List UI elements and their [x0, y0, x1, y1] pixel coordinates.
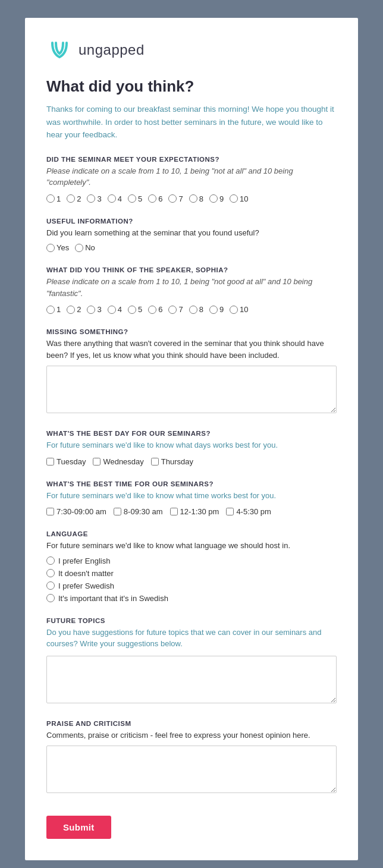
speaker-radio-6[interactable]: 6	[148, 305, 162, 314]
expectations-radio-9[interactable]: 9	[209, 194, 224, 203]
speaker-radio-9[interactable]: 9	[209, 305, 224, 314]
logo-area: ungapped	[46, 37, 337, 63]
time-730[interactable]: 7:30-09:00 am	[46, 507, 106, 516]
speaker-radio-5[interactable]: 5	[128, 305, 142, 314]
praise-textarea[interactable]	[46, 746, 337, 793]
expectations-radio-10[interactable]: 10	[230, 194, 248, 203]
useful-yes[interactable]: Yes	[46, 243, 69, 252]
expectations-radio-3[interactable]: 3	[87, 194, 101, 203]
useful-no[interactable]: No	[75, 243, 95, 252]
logo-text: ungapped	[79, 42, 145, 58]
future-topics-desc: Do you have suggestions for future topic…	[46, 627, 337, 650]
best-time-options: 7:30-09:00 am 8-09:30 am 12-1:30 pm 4-5:…	[46, 507, 337, 516]
section-missing: MISSING SOMETHING? Was there anything th…	[46, 328, 337, 416]
time-400[interactable]: 4-5:30 pm	[226, 507, 271, 516]
section-best-time: WHAT'S THE BEST TIME FOR OUR SEMINARS? F…	[46, 480, 337, 517]
page-title: What did you think?	[46, 77, 337, 96]
missing-desc: Was there anything that wasn't covered i…	[46, 338, 337, 361]
section-expectations: DID THE SEMINAR MEET YOUR EXPECTATIONS? …	[46, 156, 337, 203]
future-topics-textarea[interactable]	[46, 656, 337, 703]
day-thursday[interactable]: Thursday	[151, 457, 193, 466]
time-1200[interactable]: 12-1:30 pm	[170, 507, 219, 516]
speaker-radio-4[interactable]: 4	[108, 305, 122, 314]
praise-label: PRAISE AND CRITICISM	[46, 720, 337, 727]
section-language: LANGUAGE For future seminars we'd like t…	[46, 530, 337, 603]
expectations-radio-6[interactable]: 6	[148, 194, 162, 203]
lang-doesnt-matter[interactable]: It doesn't matter	[46, 569, 337, 578]
useful-info-label: USEFUL INFORMATION?	[46, 218, 337, 225]
section-best-day: WHAT'S THE BEST DAY FOR OUR SEMINARS? Fo…	[46, 430, 337, 466]
expectations-radio-8[interactable]: 8	[189, 194, 203, 203]
time-800[interactable]: 8-09:30 am	[114, 507, 163, 516]
section-speaker: WHAT DID YOU THINK OF THE SPEAKER, SOPHI…	[46, 266, 337, 314]
expectations-radio-1[interactable]: 1	[46, 194, 61, 203]
missing-textarea[interactable]	[46, 366, 337, 413]
useful-info-question: Did you learn something at the seminar t…	[46, 227, 337, 239]
intro-text: Thanks for coming to our breakfast semin…	[46, 103, 337, 141]
language-desc: For future seminars we'd like to know wh…	[46, 540, 337, 552]
language-label: LANGUAGE	[46, 530, 337, 537]
survey-card: ungapped What did you think? Thanks for …	[25, 18, 358, 860]
speaker-radio-1[interactable]: 1	[46, 305, 61, 314]
speaker-radio-7[interactable]: 7	[168, 305, 183, 314]
expectations-scale: 1 2 3 4 5 6 7 8 9 10	[46, 194, 337, 203]
useful-info-options: Yes No	[46, 243, 337, 252]
lang-swedish[interactable]: I prefer Swedish	[46, 581, 337, 590]
speaker-label: WHAT DID YOU THINK OF THE SPEAKER, SOPHI…	[46, 266, 337, 273]
language-options: I prefer English It doesn't matter I pre…	[46, 556, 337, 603]
best-time-desc: For future seminars we'd like to know wh…	[46, 490, 337, 502]
section-future-topics: FUTURE TOPICS Do you have suggestions fo…	[46, 617, 337, 706]
speaker-scale: 1 2 3 4 5 6 7 8 9 10	[46, 305, 337, 314]
submit-button[interactable]: Submit	[46, 816, 111, 839]
ungapped-logo-icon	[46, 37, 73, 63]
expectations-radio-2[interactable]: 2	[67, 194, 81, 203]
future-topics-label: FUTURE TOPICS	[46, 617, 337, 624]
lang-english[interactable]: I prefer English	[46, 556, 337, 565]
section-praise: PRAISE AND CRITICISM Comments, praise or…	[46, 720, 337, 796]
best-time-label: WHAT'S THE BEST TIME FOR OUR SEMINARS?	[46, 480, 337, 488]
day-wednesday[interactable]: Wednesday	[93, 457, 143, 466]
speaker-desc: Please indicate on a scale from 1 to 10,…	[46, 276, 337, 299]
best-day-label: WHAT'S THE BEST DAY FOR OUR SEMINARS?	[46, 430, 337, 437]
speaker-radio-8[interactable]: 8	[189, 305, 203, 314]
best-day-options: Tuesday Wednesday Thursday	[46, 457, 337, 466]
expectations-radio-4[interactable]: 4	[108, 194, 122, 203]
speaker-radio-2[interactable]: 2	[67, 305, 81, 314]
praise-desc: Comments, praise or criticism - feel fre…	[46, 729, 337, 741]
speaker-radio-3[interactable]: 3	[87, 305, 101, 314]
expectations-label: DID THE SEMINAR MEET YOUR EXPECTATIONS?	[46, 156, 337, 163]
section-useful-info: USEFUL INFORMATION? Did you learn someth…	[46, 218, 337, 253]
best-day-desc: For future seminars we'd like to know wh…	[46, 439, 337, 451]
day-tuesday[interactable]: Tuesday	[46, 457, 86, 466]
expectations-radio-5[interactable]: 5	[128, 194, 142, 203]
speaker-radio-10[interactable]: 10	[230, 305, 248, 314]
expectations-desc: Please indicate on a scale from 1 to 10,…	[46, 165, 337, 188]
missing-label: MISSING SOMETHING?	[46, 328, 337, 335]
lang-swedish-important[interactable]: It's important that it's in Swedish	[46, 594, 337, 603]
expectations-radio-7[interactable]: 7	[168, 194, 183, 203]
